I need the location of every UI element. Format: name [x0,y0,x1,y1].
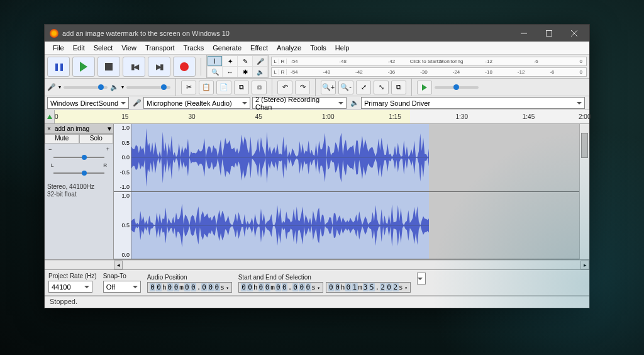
undo-button[interactable]: ↶ [277,81,292,94]
playback-volume-slider[interactable] [126,86,170,89]
skip-end-button[interactable] [148,57,170,77]
zoom-fit-button[interactable]: ⤡ [374,81,389,94]
track-format-info: Stereo, 44100Hz 32-bit float [45,181,113,201]
vertical-scrollbar[interactable] [579,124,589,259]
envelope-tool[interactable]: ✦ [223,56,237,66]
zoom-out-button[interactable]: 🔍- [338,81,353,94]
minimize-button[interactable] [511,25,536,42]
recording-volume-slider[interactable] [64,86,108,89]
titlebar[interactable]: add an image watermark to the screen on … [45,25,589,42]
record-button[interactable] [173,57,196,77]
selection-end-field[interactable]: 00h01m35.202s▾ [326,282,411,293]
close-button[interactable] [562,25,587,42]
stop-button[interactable] [97,57,120,77]
selection-mode-select[interactable] [417,273,426,285]
zoom-in-button[interactable]: 🔍+ [321,81,336,94]
silence-button[interactable]: ⧈ [252,81,267,94]
audio-position-field[interactable]: 00h00m00.000s▾ [147,282,232,293]
maximize-button[interactable] [536,25,562,42]
track-close-button[interactable]: × [45,125,53,132]
zoom-selection-button[interactable]: ⤢ [356,81,371,94]
mute-button[interactable]: Mute [45,134,79,144]
zoom-toggle-button[interactable]: ⧉ [391,81,406,94]
draw-tool[interactable]: ✎ [238,56,252,66]
snap-to-select[interactable]: Off [103,281,141,293]
menu-file[interactable]: File [48,43,69,53]
play-icon [80,62,87,72]
menu-transport[interactable]: Transport [141,43,179,53]
svg-rect-0 [547,30,552,36]
horizontal-scrollbar[interactable]: ◂▸ [45,260,589,270]
menu-tools[interactable]: Tools [306,43,331,53]
menu-select[interactable]: Select [89,43,118,53]
tracks-area: × add an imag ▼ Mute Solo −+ LR Stereo, … [45,124,589,260]
timeline-ruler[interactable]: 0 15 30 45 1:00 1:15 1:30 1:45 2:00 [45,110,589,124]
stop-icon [105,63,113,70]
playback-meter[interactable]: L R -54 -48 -42 -36 -30 -24 -18 -12 -6 0 [271,67,587,77]
play-at-speed-button[interactable] [417,81,432,94]
recording-channels-select[interactable]: 2 (Stereo) Recording Chan [252,97,347,109]
transport-toolbar: I ✦ ✎ 🎤 🔍 ↔ ✱ 🔈 L R -54 -48 -42 Click to… [45,55,589,79]
status-text: Stopped. [50,298,77,305]
status-bar: Stopped. [45,296,589,308]
copy-button[interactable]: 📋 [199,81,214,94]
play-speed-slider[interactable] [435,86,479,89]
pause-button[interactable] [47,57,70,77]
track-name[interactable]: add an imag [53,125,106,132]
menu-edit[interactable]: Edit [69,43,89,53]
skip-end-icon [156,62,162,71]
pan-slider[interactable] [48,170,109,176]
selection-start-field[interactable]: 00h00m00.000s▾ [238,282,323,293]
recording-meter[interactable]: L R -54 -48 -42 Click to Start Monitorin… [271,57,587,66]
waveform-area[interactable]: 1.0 0.5 0.0 -0.5 -1.0 1.0 0.5 [114,124,579,259]
device-toolbar: Windows DirectSound 🎤 Microphone (Realte… [45,96,589,110]
window-title: add an image watermark to the screen on … [62,30,511,37]
project-rate-label: Project Rate (Hz) [48,273,97,279]
pause-icon [53,62,64,71]
play-button[interactable] [72,57,95,77]
amplitude-scale[interactable]: 1.0 0.5 0.0 [114,192,131,259]
play-at-speed-icon [422,84,427,91]
speaker-icon: 🔈 [110,83,119,91]
meter-monitor-message[interactable]: Click to Start Monitoring [410,59,464,64]
recording-device-select[interactable]: Microphone (Realtek Audio) [143,97,250,109]
selection-range-label: Start and End of Selection [238,274,411,281]
skip-start-button[interactable] [123,57,145,77]
play-meter-spk-icon: 🔈 [253,67,267,77]
gain-slider[interactable] [48,154,109,161]
multi-tool[interactable]: ✱ [238,67,252,77]
track-menu-button[interactable]: ▼ [106,125,113,132]
project-rate-select[interactable]: 44100 [48,281,92,293]
menu-help[interactable]: Help [331,43,354,53]
edit-toolbar: 🎤▾ 🔈▾ ✂ 📋 📄 ⧉ ⧈ ↶ ↷ 🔍+ 🔍- ⤢ ⤡ ⧉ [45,79,589,96]
menu-generate[interactable]: Generate [208,43,246,53]
zoom-tool[interactable]: 🔍 [208,67,222,77]
menubar: File Edit Select View Transport Tracks G… [45,42,589,55]
trim-button[interactable]: ⧉ [234,81,249,94]
menu-effect[interactable]: Effect [246,43,272,53]
audio-position-label: Audio Position [147,274,232,281]
snap-to-label: Snap-To [103,273,141,279]
selection-toolbar: Project Rate (Hz) 44100 Snap-To Off Audi… [45,270,589,296]
menu-tracks[interactable]: Tracks [179,43,209,53]
track-control-panel: × add an imag ▼ Mute Solo −+ LR Stereo, … [45,124,114,259]
audio-host-select[interactable]: Windows DirectSound [47,97,129,109]
menu-view[interactable]: View [117,43,141,53]
playback-device-select[interactable]: Primary Sound Driver [361,97,585,109]
pin-icon[interactable] [45,110,55,123]
svg-marker-1 [47,115,52,119]
channel-left[interactable]: 1.0 0.5 0.0 -0.5 -1.0 [114,124,579,192]
tools-cluster: I ✦ ✎ 🎤 🔍 ↔ ✱ 🔈 [206,55,269,78]
paste-button[interactable]: 📄 [216,81,231,94]
amplitude-scale[interactable]: 1.0 0.5 0.0 -0.5 -1.0 [114,124,131,191]
timeshift-tool[interactable]: ↔ [223,67,237,77]
speaker-icon: 🔈 [350,99,360,107]
cut-button[interactable]: ✂ [181,81,196,94]
channel-right[interactable]: 1.0 0.5 0.0 [114,192,579,260]
menu-analyze[interactable]: Analyze [272,43,306,53]
redo-button[interactable]: ↷ [295,81,310,94]
app-window: add an image watermark to the screen on … [44,24,590,308]
selection-tool[interactable]: I [208,56,222,66]
solo-button[interactable]: Solo [79,134,114,144]
mic-icon: 🎤 [47,83,56,91]
